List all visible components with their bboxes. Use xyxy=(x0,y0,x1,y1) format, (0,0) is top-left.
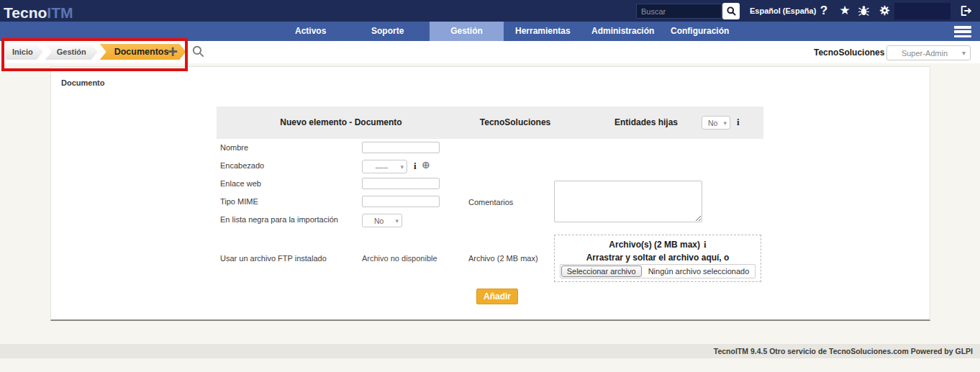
mime-input[interactable] xyxy=(362,196,440,207)
child-entities-value: No xyxy=(702,119,723,127)
nav-activos[interactable]: Activos xyxy=(295,22,326,41)
language-selector[interactable]: Español (España) xyxy=(750,6,816,15)
logo-part-1: Tecno xyxy=(4,4,47,21)
form-title: Nuevo elemento - Documento xyxy=(217,106,466,139)
info-icon[interactable]: i xyxy=(704,239,707,250)
name-input[interactable] xyxy=(362,142,440,153)
dropzone-title-row: Archivo(s) (2 MB max)i xyxy=(555,239,761,250)
weblink-label: Enlace web xyxy=(220,179,261,188)
document-form-card: Documento Nuevo elemento - Documento Tec… xyxy=(50,66,930,321)
search-icon xyxy=(726,6,737,17)
logo-part-2: ITM xyxy=(47,4,73,21)
glpi-app: TecnoITM Español (España) ? ★ xyxy=(0,0,980,372)
profile-select[interactable]: Super-Admin ▾ xyxy=(886,45,971,60)
heading-label: Encabezado xyxy=(220,161,264,170)
nav-gestion[interactable]: Gestión xyxy=(430,22,504,41)
logout-icon[interactable] xyxy=(959,4,975,17)
ftp-label: Usar un archivo FTP instalado xyxy=(220,254,327,263)
child-entities-select[interactable]: No ▾ xyxy=(702,116,730,130)
app-logo[interactable]: TecnoITM xyxy=(4,4,73,22)
active-entity-label[interactable]: TecnoSoluciones xyxy=(814,47,884,58)
weblink-input[interactable] xyxy=(362,178,440,189)
comments-label: Comentarios xyxy=(468,198,513,207)
heading-select[interactable]: ----- ▾ xyxy=(362,160,407,173)
name-label: Nombre xyxy=(220,143,248,152)
info-icon[interactable]: i xyxy=(737,117,740,128)
form-header-band: Nuevo elemento - Documento TecnoSolucion… xyxy=(217,106,763,139)
nav-administracion[interactable]: Administración xyxy=(591,22,654,41)
breadcrumb-inicio[interactable]: Inicio xyxy=(6,44,43,60)
info-icon[interactable]: i xyxy=(414,160,417,172)
nav-soporte[interactable]: Soporte xyxy=(371,22,404,41)
add-circle-icon[interactable]: ⊕ xyxy=(422,159,430,171)
settings-gear-icon[interactable] xyxy=(879,4,894,17)
main-nav: Activos Soporte Gestión Herramientas Adm… xyxy=(0,22,980,41)
bug-report-icon[interactable] xyxy=(858,4,874,17)
chevron-down-icon: ▾ xyxy=(400,163,404,171)
redacted-username xyxy=(894,3,950,19)
child-entities-label: Entidades hijas xyxy=(592,106,700,139)
comments-textarea[interactable] xyxy=(554,181,702,222)
heading-value: ----- xyxy=(363,163,400,171)
add-document-icon[interactable]: + xyxy=(168,42,178,62)
nav-herramientas[interactable]: Herramientas xyxy=(515,22,571,41)
breadcrumb-trail: Inicio Gestión Documentos xyxy=(6,44,186,60)
blacklist-label: En lista negra para la importación xyxy=(220,215,338,224)
dropzone-title: Archivo(s) (2 MB max) xyxy=(609,240,700,250)
bookmark-star-icon[interactable]: ★ xyxy=(837,3,853,19)
list-search-icon[interactable] xyxy=(191,45,205,58)
help-icon[interactable]: ? xyxy=(816,3,832,19)
blacklist-value: No xyxy=(363,217,395,225)
select-file-button[interactable]: Seleccionar archivo xyxy=(561,266,642,277)
form-entity: TecnoSoluciones xyxy=(454,106,576,139)
global-search-input[interactable] xyxy=(636,4,722,19)
breadcrumb: Inicio Gestión Documentos + TecnoSolucio… xyxy=(0,41,980,63)
chevron-down-icon: ▾ xyxy=(395,217,399,224)
profile-value: Super-Admin xyxy=(887,49,962,58)
global-search-button[interactable] xyxy=(722,3,740,19)
add-button[interactable]: Añadir xyxy=(476,289,518,304)
file-label: Archivo (2 MB max) xyxy=(468,254,538,263)
topbar: TecnoITM Español (España) ? ★ xyxy=(0,0,980,22)
chevron-down-icon: ▾ xyxy=(723,119,727,127)
dropzone-hint: Arrastrar y soltar el archivo aquí, o xyxy=(555,253,761,263)
section-label: Documento xyxy=(61,78,105,87)
file-input[interactable]: Seleccionar archivo Ningún archivo selec… xyxy=(560,264,756,278)
footer-text: TecnoITM 9.4.5 Otro servicio de TecnoSol… xyxy=(714,344,973,358)
footer: TecnoITM 9.4.5 Otro servicio de TecnoSol… xyxy=(0,344,980,358)
breadcrumb-gestion[interactable]: Gestión xyxy=(45,44,98,60)
mime-label: Tipo MIME xyxy=(220,197,258,206)
no-file-text: Ningún archivo seleccionado xyxy=(643,267,756,276)
blacklist-select[interactable]: No ▾ xyxy=(362,214,402,227)
ftp-value: Archivo no disponible xyxy=(362,254,437,263)
nav-configuracion[interactable]: Configuración xyxy=(671,22,729,41)
file-dropzone[interactable]: Archivo(s) (2 MB max)i Arrastrar y solta… xyxy=(554,235,761,282)
hamburger-menu-icon[interactable] xyxy=(954,26,971,37)
chevron-down-icon: ▾ xyxy=(962,49,966,57)
